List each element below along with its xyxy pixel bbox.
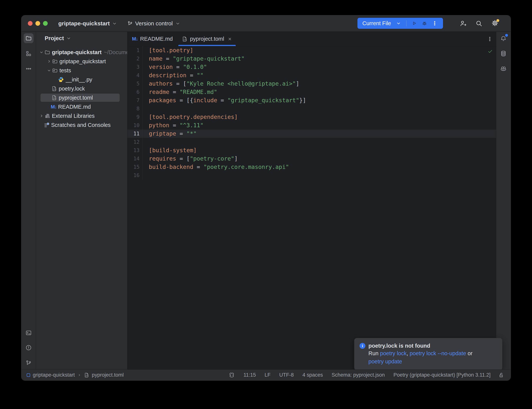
status-item[interactable]: LF xyxy=(265,372,271,378)
notifications-tool-button[interactable] xyxy=(498,34,508,43)
breadcrumb: griptape-quickstart pyproject.toml xyxy=(27,372,124,378)
chevron-down-icon[interactable] xyxy=(46,68,52,73)
tree-item-label: Scratches and Consoles xyxy=(51,122,110,128)
tab-label: README.md xyxy=(140,36,173,42)
ai-assistant-icon xyxy=(500,66,507,72)
maximize-window-button[interactable] xyxy=(43,21,48,26)
code-line[interactable]: 12 xyxy=(128,138,496,146)
minimize-window-button[interactable] xyxy=(35,21,40,26)
notification-text: Run xyxy=(368,350,380,356)
tab-options-icon[interactable] xyxy=(487,36,493,42)
code-text: authors = ["Kyle Roche <hello@griptape.a… xyxy=(143,80,299,88)
breadcrumb-file[interactable]: pyproject.toml xyxy=(92,372,124,378)
code-line[interactable]: 9[tool.poetry.dependencies] xyxy=(128,113,496,121)
close-window-button[interactable] xyxy=(28,21,33,26)
code-line[interactable]: 5authors = ["Kyle Roche <hello@griptape.… xyxy=(128,80,496,88)
folder-icon xyxy=(52,58,58,64)
line-number: 9 xyxy=(128,113,139,121)
tab-pyproject-toml[interactable]: pyproject.toml xyxy=(177,32,237,46)
scratches-icon xyxy=(44,122,49,128)
chevron-down-icon[interactable] xyxy=(396,20,401,26)
code-line[interactable]: 15build-backend = "poetry.core.masonry.a… xyxy=(128,163,496,171)
code-line[interactable]: 4description = "" xyxy=(128,71,496,80)
project-panel-header[interactable]: Project xyxy=(36,32,127,45)
commit-tool-button[interactable] xyxy=(24,358,34,368)
problems-tool-button[interactable] xyxy=(24,343,34,353)
notification-badge xyxy=(505,34,508,37)
chevron-right-icon[interactable] xyxy=(46,59,52,64)
more-actions-icon[interactable] xyxy=(432,20,438,26)
code-line[interactable]: 1[tool.poetry] xyxy=(128,46,496,55)
tree-item-griptape-quickstart-pkg[interactable]: griptape_quickstart xyxy=(36,57,127,66)
code-line[interactable]: 2name = "griptape-quickstart" xyxy=(128,55,496,63)
line-number: 13 xyxy=(128,146,139,155)
notification-link[interactable]: poetry update xyxy=(368,358,402,364)
status-item[interactable]: Schema: pyproject.json xyxy=(332,372,385,378)
tree-item-label: poetry.lock xyxy=(59,86,85,92)
ide-window: griptape-quickstart Version control Curr… xyxy=(21,15,511,381)
more-tool-windows-button[interactable] xyxy=(24,64,34,74)
chevron-right-icon[interactable] xyxy=(39,113,44,118)
status-item[interactable]: 4 spaces xyxy=(303,372,323,378)
code-line[interactable]: 16 xyxy=(128,171,496,179)
code-text: griptape = "*" xyxy=(143,130,197,138)
code-line[interactable]: 10python = "^3.11" xyxy=(128,121,496,130)
structure-tool-button[interactable] xyxy=(24,49,34,58)
code-with-me-icon[interactable] xyxy=(459,20,467,27)
problems-icon xyxy=(25,344,32,351)
tree-item-scratches[interactable]: Scratches and Consoles xyxy=(36,121,127,130)
run-configuration-selector[interactable]: Current File xyxy=(362,20,391,27)
line-number: 11 xyxy=(128,130,139,138)
code-line[interactable]: 8 xyxy=(128,104,496,113)
code-line[interactable]: 11griptape = "*" xyxy=(128,130,496,138)
chevron-down-icon xyxy=(66,35,72,41)
chevron-down-icon[interactable] xyxy=(39,50,44,55)
status-item[interactable]: Poetry (griptape-quickstart) [Python 3.1… xyxy=(394,372,491,378)
status-item[interactable]: 11:15 xyxy=(243,372,256,378)
tree-item-readme-md[interactable]: M↓ README.md xyxy=(36,102,127,111)
settings-button[interactable] xyxy=(491,19,498,28)
code-line[interactable]: 13[build-system] xyxy=(128,146,496,155)
left-tool-stripe xyxy=(21,32,36,370)
database-tool-button[interactable] xyxy=(498,49,508,58)
breadcrumb-project[interactable]: griptape-quickstart xyxy=(33,372,75,378)
code-line[interactable]: 3version = "0.1.0" xyxy=(128,63,496,71)
folder-icon xyxy=(25,35,32,41)
notification-link[interactable]: poetry lock --no-update xyxy=(410,350,466,356)
close-tab-icon[interactable] xyxy=(227,37,232,41)
line-number: 4 xyxy=(128,71,139,80)
status-item[interactable]: UTF-8 xyxy=(279,372,294,378)
module-icon xyxy=(27,373,30,377)
unlock-icon[interactable] xyxy=(498,372,504,378)
line-number: 6 xyxy=(128,88,139,96)
notification-link[interactable]: poetry lock xyxy=(380,350,406,356)
line-number: 3 xyxy=(128,63,139,71)
tab-readme-md[interactable]: M↓ README.md xyxy=(128,32,177,46)
vcs-widget[interactable]: Version control xyxy=(127,20,181,27)
run-icon[interactable] xyxy=(411,20,417,26)
notification-popup[interactable]: i poetry.lock is not found Run poetry lo… xyxy=(354,338,502,370)
tree-item-external-libraries[interactable]: External Libraries xyxy=(36,111,127,121)
tree-item-tests[interactable]: tests xyxy=(36,66,127,75)
code-text: [build-system] xyxy=(143,146,197,155)
ai-assistant-tool-button[interactable] xyxy=(498,64,508,74)
folder-icon xyxy=(52,68,58,73)
code-line[interactable]: 14requires = ["poetry-core"] xyxy=(128,155,496,163)
code-line[interactable]: 6readme = "README.md" xyxy=(128,88,496,96)
code-line[interactable]: 7packages = [{include = "griptape_quicks… xyxy=(128,96,496,104)
tree-item-poetry-lock[interactable]: poetry.lock xyxy=(36,84,127,93)
debug-icon[interactable] xyxy=(422,20,427,26)
terminal-tool-button[interactable] xyxy=(24,328,34,338)
ai-assistant-status-icon[interactable] xyxy=(229,372,235,378)
project-name: griptape-quickstart xyxy=(58,20,110,27)
tree-item-init-py[interactable]: __init__.py xyxy=(36,75,127,84)
tree-item-root[interactable]: griptape-quickstart ~/Docume xyxy=(36,48,127,57)
code-editor[interactable]: 1[tool.poetry]2name = "griptape-quicksta… xyxy=(128,46,496,179)
project-selector[interactable]: griptape-quickstart xyxy=(58,20,117,27)
search-everywhere-icon[interactable] xyxy=(475,20,483,27)
tree-item-label: pyproject.toml xyxy=(59,95,93,101)
toml-file-icon xyxy=(51,86,57,92)
project-tool-button[interactable] xyxy=(24,33,34,43)
tree-item-pyproject-toml[interactable]: pyproject.toml xyxy=(36,93,127,102)
editor-area: M↓ README.md pyproject.toml 1[tool.poetr… xyxy=(128,32,496,370)
